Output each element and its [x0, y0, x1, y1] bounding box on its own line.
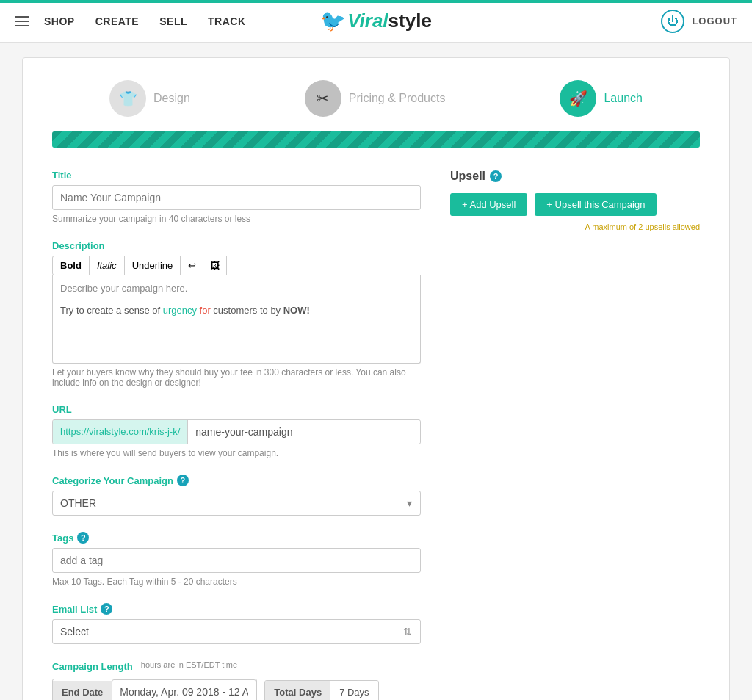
nav-links: SHOP CREATE SELL TRACK	[44, 15, 246, 27]
upsell-campaign-button[interactable]: + Upsell this Campaign	[535, 193, 657, 216]
bold-button[interactable]: Bold	[52, 256, 90, 275]
main-content: 👕 Design ✂ Pricing & Products 🚀 Launch T	[0, 43, 752, 700]
email-select[interactable]: Select List 1 List 2	[52, 619, 421, 644]
tags-label: Tags ?	[52, 532, 421, 544]
campaign-length-field-group: Campaign Length hours are in EST/EDT tim…	[52, 660, 421, 700]
underline-button[interactable]: Underline	[125, 256, 181, 275]
hamburger-menu[interactable]	[15, 16, 29, 26]
pricing-step-icon: ✂	[305, 80, 341, 117]
total-days-value: 7 Days	[330, 681, 377, 701]
launch-step-icon: 🚀	[560, 80, 596, 117]
step-pricing[interactable]: ✂ Pricing & Products	[305, 80, 446, 117]
desc-label: Description	[52, 240, 421, 251]
title-sublabel: Summarize your campaign in 40 characters…	[52, 214, 421, 224]
category-select[interactable]: OTHER T-Shirts Hoodies Accessories Hats …	[52, 491, 421, 516]
share-icon-button[interactable]: ↩	[181, 256, 203, 275]
end-date-input[interactable]	[112, 679, 256, 700]
desc-sublabel: Let your buyers know why they should buy…	[52, 367, 421, 388]
form-card: 👕 Design ✂ Pricing & Products 🚀 Launch T	[22, 57, 730, 700]
url-sublabel: This is where you will send buyers to vi…	[52, 448, 421, 458]
nav-shop[interactable]: SHOP	[44, 15, 75, 27]
description-field-group: Description Bold Italic Underline ↩ 🖼 De…	[52, 240, 421, 388]
desc-textarea[interactable]: Describe your campaign here. Try to crea…	[52, 275, 421, 364]
upsell-note: A maximum of 2 upsells allowed	[450, 222, 700, 233]
desc-placeholder: Describe your campaign here.	[60, 283, 187, 294]
url-field-group: URL https://viralstyle.com/kris-j-k/ Thi…	[52, 404, 421, 458]
design-step-icon: 👕	[109, 80, 146, 117]
tags-help-icon[interactable]: ?	[77, 532, 89, 544]
nav-right: ⏻ LOGOUT	[661, 10, 737, 33]
image-icon-button[interactable]: 🖼	[203, 256, 227, 275]
step-launch[interactable]: 🚀 Launch	[560, 80, 643, 117]
url-prefix: https://viralstyle.com/kris-j-k/	[53, 420, 188, 444]
title-label: Title	[52, 170, 421, 181]
logo-bird-icon: 🐦	[320, 9, 346, 33]
url-label: URL	[52, 404, 421, 415]
upsell-buttons: + Add Upsell + Upsell this Campaign	[450, 193, 700, 216]
form-left: Title Summarize your campaign in 40 char…	[52, 170, 421, 700]
campaign-length-label: Campaign Length hours are in EST/EDT tim…	[52, 660, 421, 673]
tags-input[interactable]	[52, 548, 421, 573]
title-field-group: Title Summarize your campaign in 40 char…	[52, 170, 421, 224]
nav-create[interactable]: CREATE	[95, 15, 140, 27]
total-days-group: Total Days 7 Days	[264, 680, 378, 701]
title-input[interactable]	[52, 185, 421, 210]
email-label: Email List ?	[52, 603, 421, 615]
email-select-wrap: Select List 1 List 2	[52, 619, 421, 644]
email-help-icon[interactable]: ?	[101, 603, 112, 615]
add-upsell-button[interactable]: + Add Upsell	[450, 193, 527, 216]
launch-step-label: Launch	[604, 92, 643, 105]
tags-sublabel: Max 10 Tags. Each Tag within 5 - 20 char…	[52, 577, 421, 587]
email-field-group: Email List ? Select List 1 List 2	[52, 603, 421, 644]
top-accent-bar	[0, 0, 752, 3]
step-design[interactable]: 👕 Design	[109, 80, 190, 117]
desc-urgency-text: Try to create a sense of urgency for cus…	[60, 305, 310, 316]
category-label: Categorize Your Campaign ?	[52, 475, 421, 486]
category-help-icon[interactable]: ?	[177, 475, 189, 486]
campaign-length-row: End Date Total Days 7 Days	[52, 679, 421, 700]
end-date-label: End Date	[53, 681, 112, 701]
nav-track[interactable]: TRACK	[208, 15, 246, 27]
desc-toolbar: Bold Italic Underline ↩ 🖼	[52, 256, 421, 275]
upsell-title: Upsell ?	[450, 170, 700, 183]
campaign-length-note: hours are in EST/EDT time	[141, 660, 237, 669]
design-step-label: Design	[153, 92, 190, 105]
site-logo[interactable]: 🐦 Viralstyle	[320, 9, 432, 33]
upsell-help-icon[interactable]: ?	[490, 170, 502, 182]
total-days-label: Total Days	[265, 681, 330, 701]
category-field-group: Categorize Your Campaign ? OTHER T-Shirt…	[52, 475, 421, 516]
pricing-step-label: Pricing & Products	[349, 92, 446, 105]
category-select-wrap: OTHER T-Shirts Hoodies Accessories Hats …	[52, 491, 421, 516]
power-button[interactable]: ⏻	[661, 10, 684, 33]
form-right: Upsell ? + Add Upsell + Upsell this Camp…	[450, 170, 700, 700]
step-indicators: 👕 Design ✂ Pricing & Products 🚀 Launch	[52, 80, 700, 117]
tags-field-group: Tags ? Max 10 Tags. Each Tag within 5 - …	[52, 532, 421, 587]
nav-sell[interactable]: SELL	[159, 15, 187, 27]
end-date-group: End Date	[52, 679, 257, 700]
progress-bar-container	[52, 131, 700, 148]
logo-text: Viralstyle	[347, 10, 432, 32]
url-field: https://viralstyle.com/kris-j-k/	[52, 419, 421, 444]
progress-bar-fill	[52, 131, 700, 148]
navbar: SHOP CREATE SELL TRACK 🐦 Viralstyle ⏻ LO…	[0, 0, 752, 43]
url-input[interactable]	[188, 420, 420, 444]
italic-button[interactable]: Italic	[90, 256, 125, 275]
form-layout: Title Summarize your campaign in 40 char…	[52, 170, 700, 700]
logout-button[interactable]: LOGOUT	[692, 15, 737, 26]
